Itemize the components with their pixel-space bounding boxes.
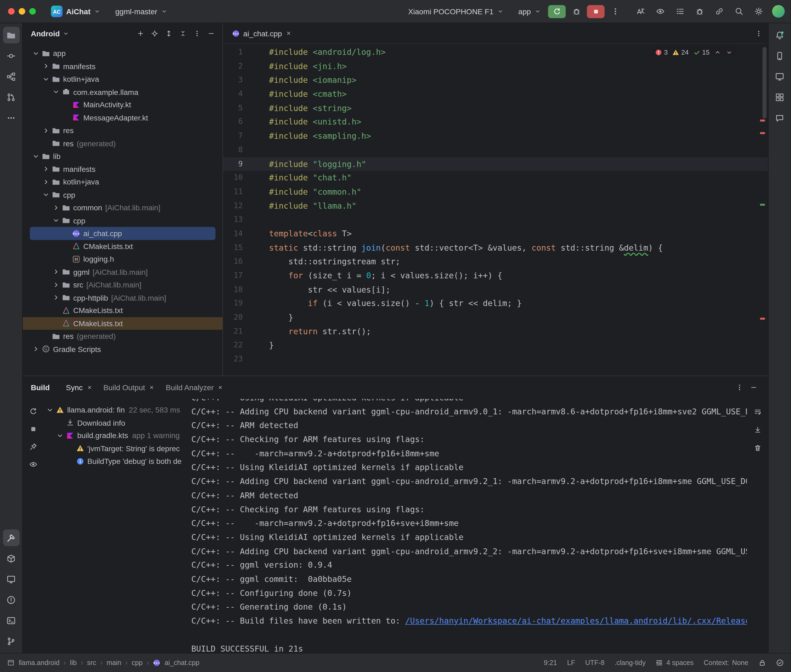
- code-line-5[interactable]: 5#include <string>: [223, 101, 768, 115]
- collapse-all-icon[interactable]: [176, 27, 189, 40]
- code-line-18[interactable]: 18 str << values[i];: [223, 283, 768, 297]
- tree-item-res[interactable]: res(generated): [22, 137, 223, 150]
- breadcrumb-item-src[interactable]: src: [87, 659, 96, 667]
- chevron-right-icon[interactable]: [41, 61, 51, 71]
- breadcrumb-item-lib[interactable]: lib: [70, 659, 77, 667]
- build-tab-sync[interactable]: Sync: [61, 380, 98, 395]
- build-output-path-link[interactable]: /Users/hanyin/Workspace/ai-chat/examples…: [405, 616, 747, 626]
- tree-item-kotlin-java[interactable]: kotlin+java: [22, 176, 223, 189]
- close-tab-icon[interactable]: [286, 30, 292, 37]
- pull-requests-icon[interactable]: [3, 89, 19, 106]
- chevron-right-icon[interactable]: [51, 203, 61, 213]
- translate-icon[interactable]: [633, 4, 648, 19]
- more-tools-icon[interactable]: [3, 109, 19, 126]
- clang-tidy-indicator[interactable]: .clang-tidy: [615, 659, 645, 667]
- line-number[interactable]: 16: [223, 254, 269, 269]
- change-stripe-mark[interactable]: [760, 204, 765, 206]
- user-avatar[interactable]: [772, 5, 785, 18]
- context-indicator[interactable]: Context:None: [704, 659, 748, 667]
- chevron-right-icon[interactable]: [51, 267, 61, 277]
- build-tree-item-buildtype-debug-is-both-de[interactable]: BuildType 'debug' is both de: [44, 455, 191, 468]
- code-line-21[interactable]: 21 return str.str();: [223, 325, 768, 339]
- line-number[interactable]: 21: [223, 325, 269, 339]
- tree-item-cmakelists-txt[interactable]: CMakeLists.txt: [22, 304, 223, 317]
- share-link-icon[interactable]: [712, 4, 727, 19]
- structure-icon[interactable]: [3, 68, 19, 85]
- line-number[interactable]: 7: [223, 129, 269, 143]
- build-icon[interactable]: [3, 530, 19, 546]
- chevron-down-icon[interactable]: [41, 74, 51, 84]
- indent-indicator[interactable]: 4 spaces: [656, 659, 693, 667]
- resource-manager-icon[interactable]: [771, 89, 788, 106]
- line-number[interactable]: 12: [223, 199, 269, 213]
- build-options-button[interactable]: [733, 381, 746, 394]
- line-number[interactable]: 23: [223, 352, 269, 366]
- breadcrumb-item-main[interactable]: main: [107, 659, 121, 667]
- line-number[interactable]: 19: [223, 297, 269, 310]
- line-number[interactable]: 8: [223, 143, 269, 157]
- chevron-down-icon[interactable]: [55, 430, 65, 441]
- encoding-indicator[interactable]: UTF-8: [585, 659, 605, 667]
- warning-count[interactable]: 24: [672, 48, 689, 56]
- code-line-16[interactable]: 16 std::ostringstream str;: [223, 254, 768, 269]
- line-number[interactable]: 10: [223, 171, 269, 185]
- build-tree-item-build-gradle-kts[interactable]: build.gradle.ktsapp 1 warning: [44, 429, 191, 442]
- build-console[interactable]: C/C++: -- Using KleidiAI optimized kerne…: [191, 399, 747, 653]
- chevron-down-icon[interactable]: [51, 87, 61, 97]
- code-line-7[interactable]: 7#include <sampling.h>: [223, 129, 768, 143]
- error-count[interactable]: 3: [655, 48, 667, 56]
- line-number[interactable]: 15: [223, 241, 269, 255]
- tree-item-cpp[interactable]: cpp: [22, 214, 223, 227]
- line-number[interactable]: 1: [223, 45, 269, 59]
- code-line-23[interactable]: 23: [223, 352, 768, 366]
- tree-item-cpp-httplib[interactable]: cpp-httplib[AiChat.lib.main]: [22, 291, 223, 304]
- problems-icon[interactable]: [3, 591, 19, 608]
- soft-wrap-icon[interactable]: [751, 405, 764, 418]
- code-line-10[interactable]: 10#include "chat.h": [223, 171, 768, 185]
- tree-item-cmakelists-txt[interactable]: CMakeLists.txt: [22, 240, 223, 253]
- add-icon[interactable]: [134, 27, 147, 40]
- close-tab-icon[interactable]: [218, 385, 223, 390]
- previous-problem-icon[interactable]: [714, 49, 721, 56]
- inspect-icon[interactable]: [652, 4, 667, 19]
- expand-all-icon[interactable]: [162, 27, 175, 40]
- inspections-widget[interactable]: 3 24 15: [652, 47, 736, 57]
- line-number[interactable]: 22: [223, 339, 269, 352]
- breadcrumb-item-llama-android[interactable]: llama.android: [19, 659, 59, 667]
- editor-options-button[interactable]: [752, 27, 765, 40]
- scroll-to-end-icon[interactable]: [751, 423, 764, 436]
- tree-item-lib[interactable]: lib: [22, 150, 223, 163]
- lock-icon[interactable]: [759, 659, 766, 667]
- line-ending-indicator[interactable]: LF: [567, 659, 575, 667]
- close-tab-icon[interactable]: [87, 385, 92, 390]
- code-line-11[interactable]: 11#include "common.h": [223, 185, 768, 199]
- run-button[interactable]: [548, 5, 566, 18]
- error-stripe-mark[interactable]: [760, 132, 765, 134]
- line-number[interactable]: 6: [223, 115, 269, 129]
- tree-item-ggml[interactable]: ggml[AiChat.lib.main]: [22, 266, 223, 278]
- line-number[interactable]: 13: [223, 213, 269, 227]
- code-editor[interactable]: 3 24 15 1#include <android/log.h>2#inclu…: [223, 44, 768, 376]
- tree-item-res[interactable]: res(generated): [22, 330, 223, 342]
- line-number[interactable]: 14: [223, 227, 269, 241]
- debug-button[interactable]: [569, 4, 584, 19]
- chevron-down-icon[interactable]: [30, 151, 41, 162]
- chevron-right-icon[interactable]: [30, 344, 41, 354]
- run-options-button[interactable]: [608, 4, 623, 19]
- tree-item-messageadapter-kt[interactable]: MessageAdapter.kt: [22, 111, 223, 124]
- error-stripe-mark[interactable]: [760, 119, 765, 121]
- hide-build-panel-button[interactable]: [747, 381, 760, 394]
- stop-sync-icon[interactable]: [27, 422, 40, 436]
- code-line-14[interactable]: 14template<class T>: [223, 227, 768, 241]
- chevron-down-icon[interactable]: [41, 190, 51, 200]
- line-number[interactable]: 3: [223, 74, 269, 87]
- chevron-down-icon[interactable]: [30, 48, 41, 59]
- build-panel-title[interactable]: Build: [30, 383, 50, 392]
- build-tree-item-jvmtarget-string-is-deprec[interactable]: 'jvmTarget: String' is deprec: [44, 442, 191, 455]
- cursor-position[interactable]: 9:21: [544, 659, 557, 667]
- tree-item-logging-h[interactable]: Hlogging.h: [22, 253, 223, 266]
- line-number[interactable]: 9: [223, 157, 269, 171]
- sync-again-icon[interactable]: [27, 405, 40, 418]
- chevron-right-icon[interactable]: [51, 280, 61, 290]
- project-folder-icon[interactable]: [3, 27, 19, 43]
